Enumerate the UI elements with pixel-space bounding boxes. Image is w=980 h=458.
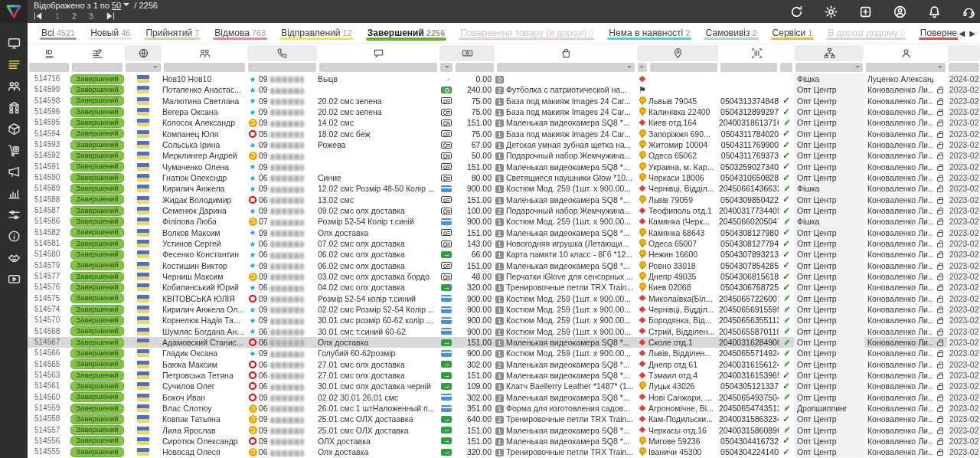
table-row[interactable]: 514590 Завершений Гнатюк Олексндр * 06 С… (28, 172, 980, 183)
date-icon[interactable] (948, 45, 980, 61)
table-row[interactable]: 514575 Завершений КВІТОВСЬКА ЮЛІЯ 09 Роз… (28, 293, 980, 304)
partners-handshake-icon[interactable] (0, 247, 28, 268)
table-row[interactable]: 514576 Завершений Кобилинський Юрий * 06… (28, 282, 980, 293)
table-row[interactable]: 514596 Завершений Вегера Оксана * 09 20.… (28, 106, 980, 117)
funnel-sitemap-icon[interactable] (795, 45, 864, 61)
video-tutorials-icon[interactable] (0, 268, 28, 290)
filter-manager-select[interactable] (866, 63, 946, 72)
phone-icon[interactable] (247, 45, 317, 61)
filter-tracking-input[interactable] (720, 63, 777, 72)
user-avatar-icon[interactable] (893, 5, 906, 18)
products-bag-icon[interactable] (496, 45, 635, 61)
filter-name-input[interactable] (164, 63, 245, 72)
table-row[interactable]: 514559 Завершений Влас Слотюу 06 26.01 с… (28, 403, 980, 414)
table-row[interactable]: 514558 Завершений Ковпак Татьяна 09 25.0… (28, 414, 980, 424)
tabs-scroll-left-icon[interactable]: ◀ (959, 29, 965, 38)
info-icon[interactable] (0, 225, 28, 247)
table-row[interactable]: 514716 Завершений Нов10 Нов10 * 09 Выцв … (28, 74, 980, 84)
status-tab[interactable]: Самовивіз2 (697, 23, 764, 43)
app-logo[interactable] (0, 0, 28, 23)
company-structure-icon[interactable] (0, 97, 28, 118)
table-row[interactable]: 514567 Завершений Адамовский Станис... 0… (28, 337, 980, 348)
table-row[interactable]: 514595 Завершений Колосок Александр 09 1… (28, 117, 980, 128)
table-row[interactable]: 514556 Завершений Сиротюк Олександр 09 О… (28, 436, 980, 447)
table-row[interactable]: 514570 Завершений Корнелюк Надія Та... *… (28, 315, 980, 326)
status-tab[interactable]: Повернення товару (в дорозі)0 (452, 23, 601, 43)
manager-person-icon[interactable] (865, 45, 946, 61)
status-tab[interactable]: Відмова763 (207, 23, 273, 43)
location-pin-icon[interactable] (637, 45, 718, 61)
comment-icon[interactable] (318, 45, 438, 61)
table-row[interactable]: 514594 Завершений Компанец Юля 05 18.02 … (28, 129, 980, 139)
table-row[interactable]: 514587 Завершений Семенюк Дарина * 09 09… (28, 205, 980, 216)
last-page-icon[interactable] (105, 12, 115, 20)
status-icon[interactable] (71, 45, 123, 61)
table-row[interactable]: 514555 Завершений Новосад Олеся 06 Олх д… (28, 447, 980, 457)
table-row[interactable]: 514598 Завершений Малютина Светлана * 09… (28, 96, 980, 106)
first-page-icon[interactable] (34, 12, 44, 20)
products-box-icon[interactable] (0, 118, 28, 139)
id-icon[interactable]: ID (28, 45, 70, 61)
table-row[interactable]: 514566 Завершений Гладик Оксана * 09 Гол… (28, 348, 980, 358)
support-headset-icon[interactable] (962, 5, 975, 18)
bell-icon[interactable] (928, 5, 941, 18)
filter-carrier-select[interactable] (638, 63, 647, 72)
settings-gear-icon[interactable] (825, 5, 838, 18)
tabs-scroll-right-icon[interactable]: ▶ (969, 29, 975, 38)
table-row[interactable]: 514568 Завершений Шумляс Богдана Ан... *… (28, 326, 980, 337)
table-row[interactable]: 514565 Завершений Баюка Максим 06 27.01 … (28, 359, 980, 370)
customers-icon[interactable] (163, 45, 246, 61)
table-row[interactable]: 514581 Завершений Устинов Сергей * 06 07… (28, 238, 980, 249)
page-number-2[interactable]: 2 (71, 11, 77, 21)
status-tab[interactable]: В дорозі додому0 (820, 23, 912, 43)
table-row[interactable]: 514591 Завершений Чумаченко Олена * 09 1… (28, 162, 980, 172)
status-tab[interactable]: Нема в наявності2 (601, 23, 697, 43)
table-row[interactable]: 514582 Завершений Волков Максим * 09 Олх… (28, 227, 980, 238)
payment-icon[interactable] (439, 45, 495, 61)
filter-location-input[interactable] (650, 63, 717, 72)
filter-payment-select[interactable] (440, 63, 452, 72)
refresh-icon[interactable] (790, 5, 803, 18)
filter-phone-input[interactable] (248, 63, 316, 72)
orders-list-icon[interactable] (0, 54, 28, 75)
table-row[interactable]: 514574 Завершений Кирилич Анжела Ол... *… (28, 304, 980, 315)
table-row[interactable]: 514589 Завершений Кирилич Анжела * 09 12… (28, 183, 980, 194)
table-row[interactable]: 514579 Завершений Костишин Виктор * 09 0… (28, 260, 980, 271)
status-tab[interactable]: Сервіси1 (765, 23, 821, 43)
filter-id-input[interactable] (29, 63, 69, 72)
filter-date-input[interactable] (949, 63, 979, 72)
table-row[interactable]: 514599 Завершений Потапенко Анастас... *… (28, 84, 980, 95)
tracking-barcode-icon[interactable] (720, 45, 793, 61)
customers-icon[interactable] (0, 75, 28, 97)
add-square-icon[interactable] (859, 5, 872, 18)
marketing-megaphone-icon[interactable] (0, 161, 28, 182)
filter-amount-input[interactable] (456, 63, 494, 72)
monitor-icon[interactable] (0, 32, 28, 54)
filter-comment-input[interactable] (319, 63, 437, 72)
status-tab[interactable]: Новый46 (83, 23, 138, 43)
status-tab[interactable]: Повернення (завершений)125 (913, 23, 958, 43)
globe-icon[interactable] (125, 45, 162, 61)
table-row[interactable]: 514592 Завершений Мерклингер Андрей 09 5… (28, 150, 980, 161)
filter-status-input[interactable] (72, 63, 122, 72)
stats-chart-icon[interactable] (0, 182, 28, 204)
settings-sliders-icon[interactable] (0, 204, 28, 225)
filter-product-select[interactable] (497, 63, 635, 72)
table-row[interactable]: 514586 Завершений Філіпова Люба 07 Розмі… (28, 216, 980, 227)
table-row[interactable]: 514580 Завершений Фесенко Константин * 0… (28, 249, 980, 260)
filter-funnel-select[interactable] (795, 63, 863, 72)
table-row[interactable]: 514560 Завершений Бокоч Иван 09 02.02 30… (28, 392, 980, 403)
per-page-select[interactable]: 50 (112, 1, 132, 10)
table-row[interactable]: 514588 Завершений Жидак Володимир 06 13.… (28, 195, 980, 205)
table-row[interactable]: 514563 Завершений Петровська Тетяна 06 2… (28, 370, 980, 381)
status-tab[interactable]: Прийнятий7 (138, 23, 207, 43)
page-number-1[interactable]: 1 (54, 11, 60, 21)
supply-trolley-icon[interactable] (0, 139, 28, 161)
table-row[interactable]: 514577 Завершений Черниш Максим 09 03.02… (28, 271, 980, 282)
status-tab[interactable]: Відправлений12 (273, 23, 360, 43)
table-row[interactable]: 514593 Завершений Сольська Ірина * 09 Ро… (28, 139, 980, 150)
table-row[interactable]: 514557 Завершений Лила Ярослав 09 25.01 … (28, 425, 980, 436)
table-row[interactable]: 514561 Завершений Сучилов Олег 06 30.01 … (28, 381, 980, 391)
filter-check-input[interactable] (780, 63, 792, 72)
filter-globe-select[interactable] (126, 63, 161, 72)
